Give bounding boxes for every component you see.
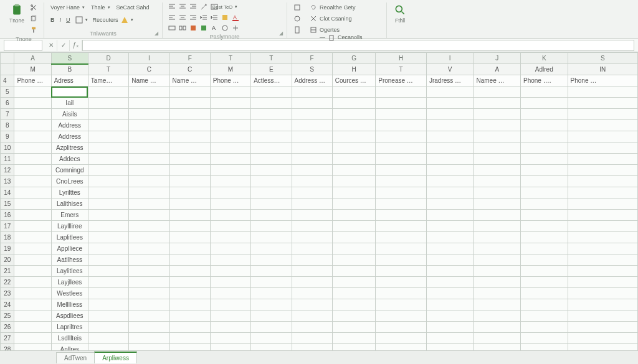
cell[interactable] xyxy=(129,198,169,210)
cell[interactable] xyxy=(251,344,292,351)
cell[interactable] xyxy=(210,142,250,154)
cell[interactable]: Adlred xyxy=(521,64,568,75)
cell[interactable] xyxy=(426,344,474,351)
fill-color-button[interactable] xyxy=(221,13,229,22)
cell[interactable] xyxy=(376,243,427,254)
row-header[interactable]: 5 xyxy=(1,86,14,98)
cell[interactable] xyxy=(251,254,292,266)
cell[interactable] xyxy=(474,131,521,142)
cell[interactable] xyxy=(474,210,521,221)
cell[interactable] xyxy=(251,299,292,310)
cell[interactable] xyxy=(88,176,128,187)
underline-button[interactable]: U xyxy=(65,15,72,25)
row-header[interactable]: 28 xyxy=(1,344,14,351)
cell[interactable] xyxy=(88,210,128,221)
cell[interactable] xyxy=(376,277,427,288)
cell[interactable] xyxy=(568,310,637,322)
cell[interactable]: Emers xyxy=(51,210,88,221)
col-header[interactable]: T xyxy=(251,53,292,64)
cell[interactable] xyxy=(568,176,637,187)
row-header[interactable]: 24 xyxy=(1,299,14,310)
cell[interactable] xyxy=(210,165,250,176)
cell[interactable] xyxy=(169,154,210,165)
cell[interactable] xyxy=(474,198,521,210)
cut-button[interactable] xyxy=(29,2,39,12)
cell[interactable] xyxy=(474,266,521,277)
cell[interactable] xyxy=(332,210,375,221)
row-header[interactable]: 20 xyxy=(1,254,14,266)
cell[interactable]: Address xyxy=(51,131,88,142)
cell[interactable] xyxy=(129,187,169,198)
cell[interactable] xyxy=(568,120,637,131)
cell[interactable] xyxy=(251,165,292,176)
font-dialog-launcher[interactable]: ◢ xyxy=(155,30,161,37)
row-header[interactable]: 26 xyxy=(1,322,14,333)
cell[interactable] xyxy=(376,198,427,210)
style3-button[interactable]: A xyxy=(210,24,219,32)
cell[interactable] xyxy=(292,254,332,266)
worksheet[interactable]: ASDIFTTFGHIJKS MBTCCMESHTVAAdlredIN4Phon… xyxy=(0,52,638,350)
cell[interactable] xyxy=(426,254,474,266)
cell[interactable] xyxy=(474,243,521,254)
cell[interactable] xyxy=(129,176,169,187)
cell[interactable] xyxy=(474,142,521,154)
cell[interactable] xyxy=(474,254,521,266)
cell[interactable] xyxy=(88,109,128,120)
cell[interactable] xyxy=(376,254,427,266)
cell[interactable] xyxy=(521,210,568,221)
cell[interactable] xyxy=(292,120,332,131)
col-header[interactable]: S xyxy=(51,53,88,64)
cell[interactable]: V xyxy=(426,64,474,75)
cell[interactable] xyxy=(474,299,521,310)
cell[interactable] xyxy=(292,266,332,277)
formula-input[interactable] xyxy=(82,40,634,51)
cell[interactable] xyxy=(332,310,375,322)
cell[interactable] xyxy=(521,98,568,109)
cell[interactable] xyxy=(332,243,375,254)
align-left-button[interactable] xyxy=(168,13,176,22)
cell[interactable] xyxy=(376,232,427,243)
cell[interactable] xyxy=(292,310,332,322)
side-sq-button[interactable] xyxy=(292,2,302,12)
col-header[interactable]: J xyxy=(474,53,521,64)
cell[interactable] xyxy=(210,254,250,266)
copy-button[interactable] xyxy=(29,14,39,24)
cell[interactable]: Lyrilttes xyxy=(51,187,88,198)
indent-inc-button[interactable] xyxy=(210,13,219,22)
cell[interactable]: Address … xyxy=(292,75,332,86)
cell[interactable] xyxy=(14,243,51,254)
cell[interactable] xyxy=(129,322,169,333)
cell[interactable] xyxy=(129,221,169,232)
cell[interactable]: Westlees xyxy=(51,288,88,299)
cell[interactable] xyxy=(332,288,375,299)
cell[interactable] xyxy=(210,98,250,109)
cell[interactable] xyxy=(292,299,332,310)
cell[interactable] xyxy=(426,266,474,277)
cell[interactable] xyxy=(568,254,637,266)
cell[interactable] xyxy=(129,86,169,98)
row-header[interactable]: 22 xyxy=(1,277,14,288)
side-doc-button[interactable] xyxy=(292,25,302,35)
cell[interactable] xyxy=(376,98,427,109)
cell[interactable] xyxy=(88,142,128,154)
cell[interactable] xyxy=(426,288,474,299)
cell[interactable]: Layllliree xyxy=(51,221,88,232)
cell[interactable] xyxy=(521,243,568,254)
cell[interactable] xyxy=(14,288,51,299)
row-header[interactable]: 18 xyxy=(1,232,14,243)
cell[interactable] xyxy=(88,322,128,333)
cell[interactable] xyxy=(129,232,169,243)
cell[interactable] xyxy=(332,232,375,243)
cell[interactable] xyxy=(426,232,474,243)
cell[interactable] xyxy=(51,86,88,98)
cell[interactable] xyxy=(292,344,332,351)
cell[interactable] xyxy=(568,221,637,232)
cell[interactable] xyxy=(251,198,292,210)
cell[interactable] xyxy=(568,210,637,221)
cell[interactable] xyxy=(210,154,250,165)
cell[interactable] xyxy=(474,310,521,322)
cell[interactable] xyxy=(88,266,128,277)
cell[interactable] xyxy=(292,277,332,288)
cell[interactable] xyxy=(169,187,210,198)
cell[interactable] xyxy=(14,322,51,333)
